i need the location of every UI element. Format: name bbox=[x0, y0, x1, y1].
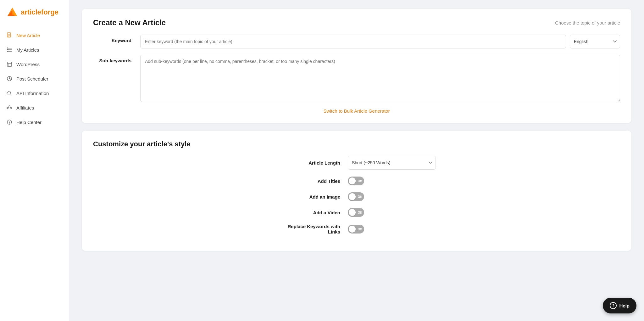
logo-text: articleforge bbox=[21, 8, 58, 16]
add-image-control: Off bbox=[348, 192, 442, 201]
subkeywords-controls bbox=[140, 55, 620, 102]
logo-icon bbox=[6, 6, 18, 18]
bulk-article-link[interactable]: Switch to Bulk Article Generator bbox=[93, 108, 620, 114]
article-length-select[interactable]: Short (~250 Words) Medium (~500 Words) L… bbox=[348, 156, 436, 170]
subkeywords-textarea[interactable] bbox=[140, 55, 620, 102]
sidebar-item-api-information-label: API Information bbox=[16, 91, 49, 96]
sidebar-item-my-articles-label: My Articles bbox=[16, 47, 39, 53]
sidebar-item-my-articles[interactable]: My Articles bbox=[0, 43, 69, 57]
sidebar-item-new-article-label: New Article bbox=[16, 33, 40, 38]
add-video-toggle[interactable]: Off bbox=[348, 208, 364, 217]
sidebar: articleforge New Article bbox=[0, 0, 69, 321]
replace-keywords-control: Off bbox=[348, 225, 442, 234]
svg-rect-21 bbox=[11, 107, 12, 109]
replace-keywords-toggle-switch[interactable]: Off bbox=[348, 225, 364, 234]
sidebar-item-affiliates[interactable]: Affiliates bbox=[0, 101, 69, 115]
customize-title: Customize your article's style bbox=[93, 140, 620, 148]
question-mark-icon: ? bbox=[610, 302, 617, 309]
create-article-card: Create a New Article Choose the topic of… bbox=[82, 9, 631, 123]
create-article-header: Create a New Article Choose the topic of… bbox=[93, 18, 620, 27]
sidebar-item-help-center[interactable]: Help Center bbox=[0, 115, 69, 129]
add-video-toggle-state: Off bbox=[358, 211, 362, 214]
add-titles-row: Add Titles Off bbox=[93, 177, 620, 185]
replace-keywords-toggle[interactable]: Off bbox=[348, 225, 364, 234]
sidebar-item-new-article[interactable]: New Article bbox=[0, 28, 69, 42]
sidebar-item-post-scheduler-label: Post Scheduler bbox=[16, 76, 48, 82]
add-video-label: Add a Video bbox=[271, 210, 340, 215]
sidebar-item-wordpress-label: WordPress bbox=[16, 62, 40, 67]
add-image-row: Add an Image Off bbox=[93, 192, 620, 201]
sidebar-navigation: New Article My Articles bbox=[0, 26, 69, 132]
add-video-control: Off bbox=[348, 208, 442, 217]
customize-article-card: Customize your article's style Article L… bbox=[82, 131, 631, 251]
keyword-controls: English Spanish French German Italian Po… bbox=[140, 35, 620, 48]
cloud-icon bbox=[6, 90, 13, 96]
svg-rect-12 bbox=[7, 51, 8, 52]
help-button-label: Help bbox=[619, 303, 630, 308]
svg-point-26 bbox=[9, 121, 10, 121]
add-titles-toggle-switch[interactable]: Off bbox=[348, 177, 364, 185]
article-length-label: Article Length bbox=[271, 160, 340, 166]
svg-rect-20 bbox=[9, 106, 10, 107]
add-video-toggle-switch[interactable]: Off bbox=[348, 208, 364, 217]
help-button[interactable]: ? Help bbox=[603, 298, 636, 313]
sidebar-item-wordpress[interactable]: WordPress bbox=[0, 57, 69, 71]
add-titles-toggle-state: Off bbox=[358, 179, 362, 183]
svg-rect-10 bbox=[7, 48, 8, 48]
keyword-row: Keyword English Spanish French German It… bbox=[93, 35, 620, 48]
create-article-title: Create a New Article bbox=[93, 18, 166, 27]
wordpress-icon bbox=[6, 61, 13, 67]
replace-keywords-label: Replace Keywords with Links bbox=[271, 224, 340, 234]
main-content: Create a New Article Choose the topic of… bbox=[69, 0, 644, 321]
sidebar-item-api-information[interactable]: API Information bbox=[0, 86, 69, 100]
svg-line-18 bbox=[9, 79, 10, 79]
svg-rect-3 bbox=[7, 33, 11, 37]
add-video-row: Add a Video Off bbox=[93, 208, 620, 217]
info-icon bbox=[6, 119, 13, 125]
svg-rect-13 bbox=[7, 62, 12, 66]
add-image-toggle-state: Off bbox=[358, 195, 362, 199]
clock-icon bbox=[6, 76, 13, 82]
document-icon bbox=[6, 32, 13, 38]
replace-keywords-toggle-state: Off bbox=[358, 228, 362, 231]
add-titles-toggle[interactable]: Off bbox=[348, 177, 364, 185]
logo: articleforge bbox=[0, 0, 69, 26]
add-titles-label: Add Titles bbox=[271, 178, 340, 184]
create-article-subtitle: Choose the topic of your article bbox=[555, 20, 620, 25]
add-image-toggle[interactable]: Off bbox=[348, 192, 364, 201]
subkeywords-row: Sub-keywords bbox=[93, 55, 620, 102]
add-image-label: Add an Image bbox=[271, 194, 340, 200]
article-length-control: Short (~250 Words) Medium (~500 Words) L… bbox=[348, 156, 442, 170]
affiliates-icon bbox=[6, 104, 13, 111]
sidebar-item-help-center-label: Help Center bbox=[16, 120, 42, 125]
sidebar-item-affiliates-label: Affiliates bbox=[16, 105, 34, 110]
add-titles-control: Off bbox=[348, 177, 442, 185]
keyword-input[interactable] bbox=[140, 35, 566, 48]
language-select[interactable]: English Spanish French German Italian Po… bbox=[570, 35, 620, 48]
list-icon bbox=[6, 47, 13, 53]
sidebar-item-post-scheduler[interactable]: Post Scheduler bbox=[0, 72, 69, 86]
subkeywords-label: Sub-keywords bbox=[93, 55, 140, 63]
article-length-row: Article Length Short (~250 Words) Medium… bbox=[93, 156, 620, 170]
svg-rect-19 bbox=[7, 107, 8, 109]
replace-keywords-row: Replace Keywords with Links Off bbox=[93, 224, 620, 234]
keyword-label: Keyword bbox=[93, 35, 140, 43]
add-image-toggle-switch[interactable]: Off bbox=[348, 192, 364, 201]
svg-rect-11 bbox=[7, 49, 8, 50]
svg-line-23 bbox=[10, 107, 11, 108]
